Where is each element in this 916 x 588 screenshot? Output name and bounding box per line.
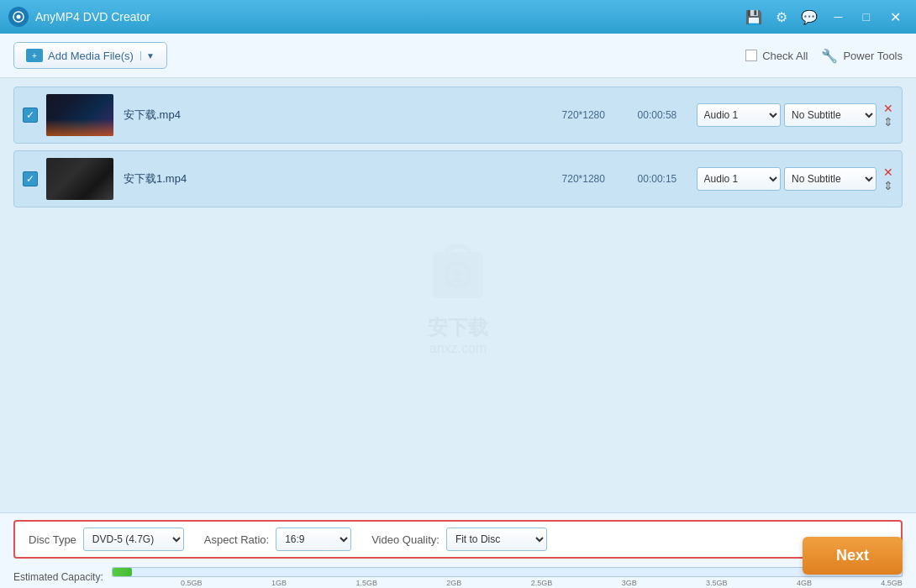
tick-1: 1GB (271, 579, 287, 587)
close-button[interactable]: ✕ (883, 6, 908, 29)
toolbar: + Add Media File(s) ▼ Check All 🔧 Power … (0, 34, 916, 78)
tick-4: 4GB (797, 579, 812, 587)
tick-15: 1.5GB (355, 579, 377, 587)
save-icon[interactable]: 💾 (742, 6, 766, 29)
capacity-bar (112, 567, 903, 577)
wrench-icon: 🔧 (821, 48, 838, 64)
notifications-icon[interactable]: 💬 (798, 6, 821, 29)
aspect-ratio-label: Aspect Ratio: (204, 533, 269, 546)
file-1-thumbnail (46, 94, 113, 136)
file-1-duration: 00:00:58 (638, 109, 688, 121)
watermark-line2: anxz.com (420, 341, 496, 356)
help-icon[interactable]: ⚙ (772, 6, 791, 29)
capacity-label: Estimated Capacity: (13, 571, 103, 583)
add-media-button[interactable]: + Add Media File(s) ▼ (13, 42, 167, 69)
disc-type-label: Disc Type (29, 533, 76, 546)
title-bar: AnyMP4 DVD Creator 💾 ⚙ 💬 ─ □ ✕ (0, 0, 916, 34)
add-media-icon: + (26, 49, 43, 62)
file-2-thumbnail (46, 158, 113, 200)
disc-type-group: Disc Type DVD-5 (4.7G) DVD-9 (8.5G) (29, 528, 184, 551)
check-all-label: Check All (762, 50, 808, 62)
file-1-resolution: 720*1280 (562, 109, 621, 121)
svg-point-4 (455, 271, 461, 278)
tick-05: 0.5GB (181, 579, 203, 587)
file-1-controls: ✕ ⇕ (883, 102, 893, 128)
file-1-subtitle-select[interactable]: No Subtitle Subtitle 1 (784, 103, 877, 127)
file-2-name: 安下载1.mp4 (124, 171, 562, 186)
svg-rect-2 (433, 252, 483, 298)
tick-35: 3.5GB (706, 579, 728, 587)
capacity-bar-area: 0.5GB 1GB 1.5GB 2GB 2.5GB 3GB 3.5GB 4GB … (112, 567, 903, 587)
tick-45: 4.5GB (881, 579, 903, 587)
file-2-controls: ✕ ⇕ (883, 166, 893, 192)
tick-2: 2GB (446, 579, 461, 587)
file-2-move-button[interactable]: ⇕ (883, 180, 893, 192)
add-media-label: Add Media File(s) (48, 50, 134, 62)
watermark: 安下载 anxz.com (420, 235, 496, 356)
power-tools-label: Power Tools (843, 50, 903, 62)
tick-3: 3GB (622, 579, 637, 587)
file-1-name: 安下载.mp4 (124, 108, 562, 123)
app-logo (8, 7, 29, 27)
file-2-audio-select[interactable]: Audio 1 Audio 2 (697, 167, 781, 191)
disc-type-select[interactable]: DVD-5 (4.7G) DVD-9 (8.5G) (83, 528, 184, 551)
video-quality-select[interactable]: Fit to Disc High Medium Low (446, 528, 547, 551)
file-1-delete-button[interactable]: ✕ (883, 102, 893, 114)
video-quality-label: Video Quality: (371, 533, 440, 546)
svg-point-1 (17, 15, 21, 19)
add-media-dropdown-arrow[interactable]: ▼ (140, 51, 155, 60)
file-2-resolution: 720*1280 (562, 173, 621, 185)
tick-25: 2.5GB (531, 579, 553, 587)
next-button[interactable]: Next (803, 537, 903, 575)
capacity-fill (113, 568, 132, 576)
power-tools-button[interactable]: 🔧 Power Tools (821, 48, 903, 64)
table-row: 安下载.mp4 720*1280 00:00:58 Audio 1 Audio … (13, 87, 903, 144)
window-controls: 💾 ⚙ 💬 ─ □ ✕ (742, 6, 908, 29)
check-all-checkbox[interactable] (745, 50, 757, 61)
capacity-ticks: 0.5GB 1GB 1.5GB 2GB 2.5GB 3GB 3.5GB 4GB … (112, 577, 903, 587)
video-quality-group: Video Quality: Fit to Disc High Medium L… (371, 528, 547, 551)
file-2-subtitle-select[interactable]: No Subtitle Subtitle 1 (784, 167, 877, 191)
aspect-ratio-select[interactable]: 16:9 4:3 (276, 528, 351, 551)
file-2-delete-button[interactable]: ✕ (883, 166, 893, 178)
file-2-checkbox[interactable] (23, 171, 38, 186)
minimize-button[interactable]: ─ (828, 7, 850, 27)
file-2-duration: 00:00:15 (638, 173, 688, 185)
check-all-group: Check All (745, 50, 808, 62)
file-1-move-button[interactable]: ⇕ (883, 116, 893, 128)
file-1-audio-select[interactable]: Audio 1 Audio 2 (697, 103, 781, 127)
settings-row: Disc Type DVD-5 (4.7G) DVD-9 (8.5G) Aspe… (13, 520, 903, 559)
main-content: 安下载.mp4 720*1280 00:00:58 Audio 1 Audio … (0, 78, 916, 513)
file-list: 安下载.mp4 720*1280 00:00:58 Audio 1 Audio … (0, 78, 916, 223)
file-2-meta: 720*1280 00:00:15 (562, 173, 688, 185)
watermark-line1: 安下载 (420, 314, 496, 341)
capacity-section: Estimated Capacity: 0.5GB 1GB 1.5GB 2GB … (0, 564, 916, 587)
file-1-checkbox[interactable] (23, 108, 38, 123)
bottom-panel: Disc Type DVD-5 (4.7G) DVD-9 (8.5G) Aspe… (0, 512, 916, 588)
table-row: 安下载1.mp4 720*1280 00:00:15 Audio 1 Audio… (13, 150, 903, 207)
toolbar-right: Check All 🔧 Power Tools (745, 48, 903, 64)
svg-point-3 (446, 263, 470, 286)
file-1-meta: 720*1280 00:00:58 (562, 109, 688, 121)
maximize-button[interactable]: □ (856, 7, 877, 27)
aspect-ratio-group: Aspect Ratio: 16:9 4:3 (204, 528, 351, 551)
app-title: AnyMP4 DVD Creator (35, 10, 742, 24)
